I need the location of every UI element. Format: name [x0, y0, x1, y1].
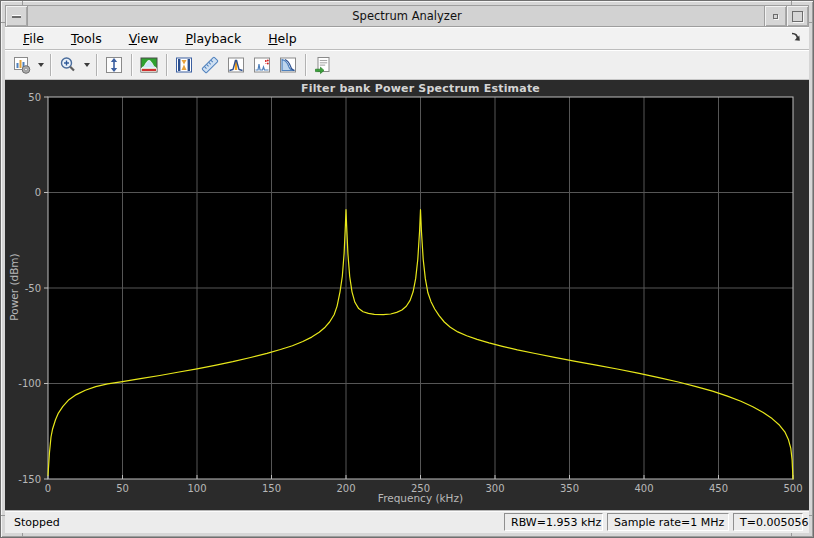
dock-button[interactable] — [789, 30, 803, 44]
cursors-icon — [174, 55, 194, 75]
peak-finder-button[interactable] — [223, 52, 249, 77]
spectral-mask-button[interactable] — [197, 52, 223, 77]
frame-notch — [22, 533, 23, 537]
frame-notch — [791, 533, 792, 537]
fit-vertical-axis-icon — [104, 55, 124, 75]
ruler-icon — [200, 55, 220, 75]
peak-finder-icon — [226, 55, 246, 75]
menu-file[interactable]: File — [14, 29, 53, 48]
spectrum-options-dropdown[interactable] — [35, 52, 46, 77]
rbw-field: RBW=1.953 kHz — [504, 513, 603, 531]
spectrum-plot[interactable]: 050100150200250300350400450500500-50-100… — [5, 80, 809, 510]
autoscale-y-button[interactable] — [101, 52, 127, 77]
x-axis-label: Frequency (kHz) — [48, 492, 793, 504]
titlebar[interactable]: Spectrum Analyzer — [5, 5, 809, 27]
y-axis-label: Power (dBm) — [8, 197, 20, 377]
ccdf-measurements-button[interactable] — [275, 52, 301, 77]
dropdown-caret-icon — [38, 63, 44, 67]
plot-title: Filter bank Power Spectrum Estimate — [48, 82, 793, 95]
status-text: Stopped — [14, 516, 500, 529]
spectrum-analyzer-window: Spectrum Analyzer FileToolsViewPlaybackH… — [0, 0, 814, 538]
cursor-measurements-button[interactable] — [171, 52, 197, 77]
toolbar-separator — [131, 54, 132, 76]
toolbar-separator — [305, 54, 306, 76]
chart-gear-icon — [12, 55, 32, 75]
zoom-dropdown[interactable] — [81, 52, 92, 77]
zoom-in-icon — [58, 55, 78, 75]
menu-playback[interactable]: Playback — [176, 29, 250, 48]
toolbar-separator — [50, 54, 51, 76]
window-title: Spectrum Analyzer — [6, 6, 808, 26]
y-tick-label: 0 — [35, 187, 41, 198]
spectrum-options-button[interactable] — [9, 52, 35, 77]
zoom-button[interactable] — [55, 52, 81, 77]
y-tick-label: -150 — [18, 474, 41, 485]
generate-script-button[interactable] — [310, 52, 336, 77]
dock-arrow-icon — [790, 31, 802, 43]
toolbar — [5, 50, 809, 80]
script-document-icon — [313, 55, 333, 75]
dropdown-caret-icon — [84, 63, 90, 67]
spectrum-view-button[interactable] — [136, 52, 162, 77]
y-tick-label: -100 — [18, 378, 41, 389]
distortion-measurements-button[interactable] — [249, 52, 275, 77]
spectrum-view-icon — [139, 55, 159, 75]
menu-tools[interactable]: Tools — [62, 29, 111, 48]
y-tick-label: -50 — [25, 283, 41, 294]
rolloff-curve-icon — [278, 55, 298, 75]
toolbar-separator — [96, 54, 97, 76]
toolbar-separator — [166, 54, 167, 76]
menu-help[interactable]: Help — [259, 29, 306, 48]
y-tick-label: 50 — [28, 92, 41, 103]
distortion-icon — [252, 55, 272, 75]
menubar: FileToolsViewPlaybackHelp — [5, 27, 809, 50]
frame-notch — [809, 515, 813, 516]
figure-area: 050100150200250300350400450500500-50-100… — [5, 80, 809, 510]
time-field: T=0.005056 — [733, 513, 803, 531]
sample-rate-field: Sample rate=1 MHz — [607, 513, 729, 531]
frame-notch — [809, 22, 813, 23]
statusbar: Stopped RBW=1.953 kHz Sample rate=1 MHz … — [5, 510, 809, 533]
menu-view[interactable]: View — [120, 29, 168, 48]
